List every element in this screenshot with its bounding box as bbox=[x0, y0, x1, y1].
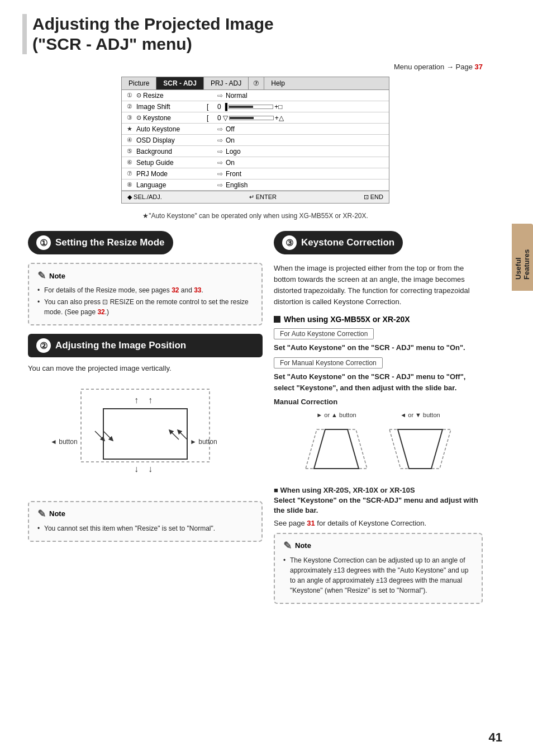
svg-text:↑: ↑ bbox=[148, 395, 153, 405]
menu-operation-line: Menu operation → Page 37 bbox=[28, 63, 483, 71]
section2-num: ② bbox=[36, 338, 51, 353]
svg-text:◄ button: ◄ button bbox=[50, 438, 78, 446]
section2-body: You can move the projected image vertica… bbox=[28, 363, 263, 374]
svg-marker-14 bbox=[389, 429, 451, 469]
section3-num: ③ bbox=[282, 235, 297, 250]
section3-header: ③ Keystone Correction bbox=[274, 231, 403, 254]
menu-row-language: ⑧ Language ⇨ English bbox=[122, 179, 389, 191]
svg-line-4 bbox=[95, 431, 103, 440]
keystone-diagram-left: ► or ▲ button bbox=[300, 412, 373, 477]
section1-title: Setting the Resize Mode bbox=[55, 237, 165, 248]
section2-title: Adjusting the Image Position bbox=[55, 340, 186, 351]
svg-line-7 bbox=[179, 431, 187, 440]
section1-note-item-1: For details of the Resize mode, see page… bbox=[37, 285, 253, 295]
menu-row-auto-keystone: ★ Auto Keystone ⇨ Off bbox=[122, 124, 389, 135]
menu-row-image-shift: ② Image Shift [ 0 ▐ +□ bbox=[122, 101, 389, 112]
two-column-layout: ① Setting the Resize Mode ✎ Note For det… bbox=[28, 231, 483, 612]
menu-tab-icon[interactable]: ⑦ bbox=[249, 77, 264, 89]
menu-tab-picture[interactable]: Picture bbox=[122, 77, 156, 89]
section3-intro: When the image is projected either from … bbox=[274, 263, 483, 308]
menu-table-header: Picture SCR - ADJ PRJ - ADJ ⑦ Help bbox=[122, 77, 389, 90]
svg-marker-15 bbox=[398, 429, 442, 469]
left-column: ① Setting the Resize Mode ✎ Note For det… bbox=[28, 231, 263, 612]
image-position-diagram: ◄ button ► button ↓ ↓ ↑ bbox=[28, 381, 263, 493]
section3-note-title: ✎ Note bbox=[283, 540, 473, 552]
page-number: 41 bbox=[489, 730, 502, 745]
subsection-xr-text: ■ When using XR-20S, XR-10X or XR-10S Se… bbox=[274, 485, 483, 516]
section3-title: Keystone Correction bbox=[301, 237, 394, 248]
section1-header: ① Setting the Resize Mode bbox=[28, 231, 173, 254]
svg-text:► button: ► button bbox=[190, 438, 217, 446]
menu-tab-scr-adj[interactable]: SCR - ADJ bbox=[156, 77, 204, 89]
note-icon-3: ✎ bbox=[283, 540, 292, 552]
right-column: ③ Keystone Correction When the image is … bbox=[274, 231, 483, 612]
svg-text:↓: ↓ bbox=[148, 464, 153, 474]
section3-note-item-1: The Keystone Correction can be adjusted … bbox=[283, 555, 473, 596]
menu-operation-page-ref: 37 bbox=[475, 63, 483, 71]
svg-text:↓: ↓ bbox=[134, 464, 139, 474]
svg-rect-0 bbox=[81, 389, 210, 462]
section1-note-item-2: You can also press ⊡ RESIZE on the remot… bbox=[37, 297, 253, 317]
subsection-xg-text: When using XG-MB55X or XR-20X bbox=[284, 315, 410, 324]
section2-note-box: ✎ Note You cannot set this item when "Re… bbox=[28, 501, 263, 542]
menu-row-keystone: ③ ⊙ Keystone [ 0 ▽ +△ bbox=[122, 112, 389, 124]
menu-row-resize: ① ⊙ Resize ⇨ Normal bbox=[122, 90, 389, 101]
keystone-svg-right bbox=[384, 421, 456, 477]
section1-note-content: For details of the Resize mode, see page… bbox=[37, 285, 253, 317]
keystone-diagram-row: ► or ▲ button ◄ or ▼ button bbox=[274, 412, 483, 477]
menu-row-setup-guide: ⑥ Setup Guide ⇨ On bbox=[122, 157, 389, 168]
right-tab-label: Useful Features bbox=[514, 235, 531, 280]
menu-row-osd-display: ④ OSD Display ⇨ On bbox=[122, 135, 389, 146]
section3-note-box: ✎ Note The Keystone Correction can be ad… bbox=[274, 533, 483, 604]
manual-correction-title: Manual Correction bbox=[274, 398, 483, 406]
section1-note-box: ✎ Note For details of the Resize mode, s… bbox=[28, 263, 263, 325]
section3-note-content: The Keystone Correction can be adjusted … bbox=[283, 555, 473, 596]
page-title: Adjusting the Projected Image ("SCR - AD… bbox=[22, 14, 483, 54]
svg-marker-13 bbox=[314, 429, 359, 469]
menu-row-background: ⑤ Background ⇨ Logo bbox=[122, 146, 389, 157]
right-tab: Useful Features bbox=[512, 224, 533, 291]
note-icon-2: ✎ bbox=[37, 508, 46, 520]
svg-marker-12 bbox=[306, 429, 367, 469]
menu-row-prj-mode: ⑦ PRJ Mode ⇨ Front bbox=[122, 168, 389, 179]
menu-footer-end: ⊡ END bbox=[364, 193, 383, 201]
keystone-svg-left bbox=[300, 421, 373, 477]
manual-keystone-text: Set "Auto Keystone" on the "SCR - ADJ" m… bbox=[274, 371, 483, 393]
auto-keystone-text: Set "Auto Keystone" on the "SCR - ADJ" m… bbox=[274, 342, 483, 353]
svg-rect-1 bbox=[103, 409, 187, 459]
keystone-label-up: ► or ▲ button bbox=[316, 412, 356, 418]
tag-manual: For Manual Keystone Correction bbox=[274, 357, 383, 368]
main-content: Adjusting the Projected Image ("SCR - AD… bbox=[0, 0, 511, 640]
see-page-link[interactable]: 31 bbox=[307, 519, 315, 527]
menu-tab-help[interactable]: Help bbox=[264, 77, 292, 89]
menu-footer-enter: ↵ ENTER bbox=[249, 193, 277, 201]
keystone-label-down: ◄ or ▼ button bbox=[400, 412, 440, 418]
section2-note-title: ✎ Note bbox=[37, 508, 253, 520]
tag-auto: For Auto Keystone Correction bbox=[274, 328, 374, 339]
section2-header: ② Adjusting the Image Position bbox=[28, 334, 263, 357]
subsection-xg-header: When using XG-MB55X or XR-20X bbox=[274, 315, 483, 324]
section2-note-content: You cannot set this item when "Resize" i… bbox=[37, 523, 253, 533]
menu-footer: ◆ SEL./ADJ. ↵ ENTER ⊡ END bbox=[122, 191, 389, 203]
section2-note-item-1: You cannot set this item when "Resize" i… bbox=[37, 523, 253, 533]
menu-table: Picture SCR - ADJ PRJ - ADJ ⑦ Help ① ⊙ R… bbox=[121, 77, 389, 204]
black-square-icon bbox=[274, 316, 280, 323]
svg-line-6 bbox=[170, 431, 179, 440]
keystone-diagram-right: ◄ or ▼ button bbox=[384, 412, 456, 477]
svg-text:↑: ↑ bbox=[134, 395, 139, 405]
section1-note-title: ✎ Note bbox=[37, 270, 253, 282]
page-container: Useful Features Adjusting the Projected … bbox=[0, 0, 533, 756]
menu-table-container: Picture SCR - ADJ PRJ - ADJ ⑦ Help ① ⊙ R… bbox=[28, 77, 483, 204]
menu-tab-prj-adj[interactable]: PRJ - ADJ bbox=[204, 77, 249, 89]
star-note: ★"Auto Keystone" can be operated only wh… bbox=[28, 212, 483, 220]
see-page-text: See page 31 for details of Keystone Corr… bbox=[274, 519, 483, 527]
section1-num: ① bbox=[36, 235, 51, 250]
image-position-svg: ◄ button ► button ↓ ↓ ↑ bbox=[47, 384, 243, 490]
svg-line-5 bbox=[103, 431, 112, 440]
menu-footer-sel: ◆ SEL./ADJ. bbox=[127, 193, 162, 201]
note-icon-1: ✎ bbox=[37, 270, 46, 282]
